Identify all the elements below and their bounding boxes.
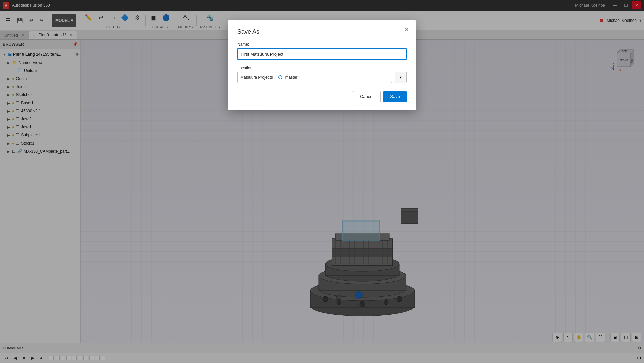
modal-title: Save As bbox=[237, 28, 407, 35]
save-as-dialog: Save As ✕ Name: Location: Matsuura Proje… bbox=[228, 20, 416, 110]
location-row: Matsuura Projects › master ▾ bbox=[237, 72, 407, 83]
name-field-label: Name: bbox=[237, 42, 407, 47]
location-arrow-icon: › bbox=[275, 75, 276, 80]
location-branch: master bbox=[285, 75, 298, 80]
location-dropdown-button[interactable]: ▾ bbox=[395, 72, 407, 83]
save-button-modal[interactable]: Save bbox=[383, 91, 407, 102]
location-branch-icon bbox=[278, 75, 282, 79]
modal-close-button[interactable]: ✕ bbox=[402, 25, 412, 34]
modal-button-row: Cancel Save bbox=[237, 91, 407, 102]
modal-overlay: Save As ✕ Name: Location: Matsuura Proje… bbox=[0, 0, 644, 363]
location-field-label: Location: bbox=[237, 66, 407, 70]
location-input[interactable]: Matsuura Projects › master bbox=[237, 72, 392, 83]
cancel-button[interactable]: Cancel bbox=[353, 91, 381, 102]
name-input[interactable] bbox=[237, 48, 407, 60]
location-path: Matsuura Projects bbox=[240, 75, 273, 80]
